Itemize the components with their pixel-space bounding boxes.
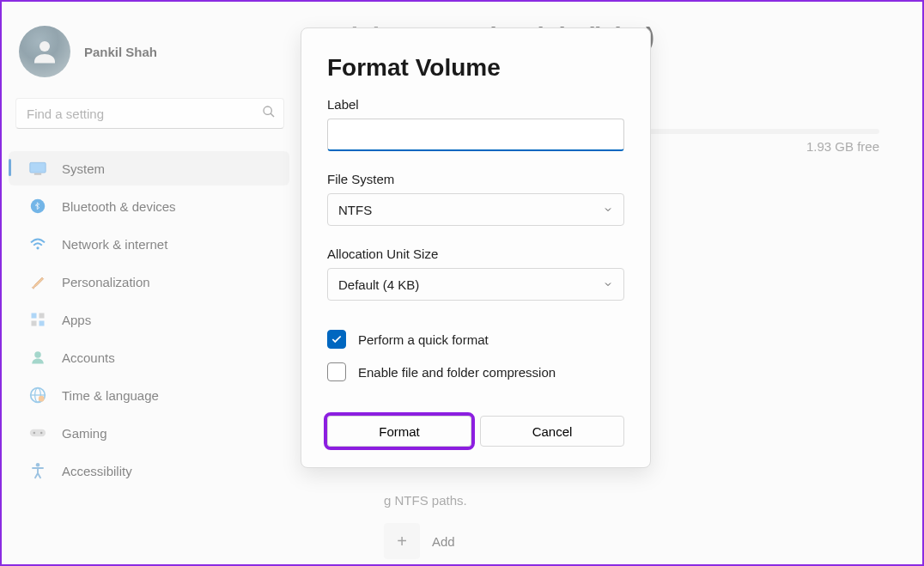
settings-sidebar: Pankil Shah SystemBluetooth & devicesNet… bbox=[2, 2, 298, 564]
sidebar-item-bluetooth-devices[interactable]: Bluetooth & devices bbox=[9, 189, 289, 223]
svg-rect-9 bbox=[32, 321, 37, 326]
svg-point-19 bbox=[36, 463, 40, 467]
sidebar-item-label: Personalization bbox=[62, 275, 150, 289]
wifi-icon bbox=[29, 235, 46, 253]
plus-icon: + bbox=[384, 523, 420, 559]
apps-icon bbox=[29, 311, 46, 328]
cancel-button[interactable]: Cancel bbox=[480, 416, 624, 447]
sidebar-item-label: Network & internet bbox=[62, 237, 167, 252]
quick-format-checkbox[interactable]: Perform a quick format bbox=[327, 330, 624, 349]
svg-point-1 bbox=[264, 107, 271, 114]
sidebar-item-network-internet[interactable]: Network & internet bbox=[9, 227, 289, 261]
chevron-down-icon bbox=[603, 203, 613, 217]
compression-label: Enable file and folder compression bbox=[358, 365, 556, 380]
sidebar-item-label: System bbox=[62, 161, 105, 176]
svg-point-11 bbox=[34, 351, 41, 358]
person-icon bbox=[29, 349, 46, 366]
sidebar-item-label: Time & language bbox=[62, 388, 159, 403]
compression-checkbox[interactable]: Enable file and folder compression bbox=[327, 362, 624, 381]
svg-point-17 bbox=[33, 432, 36, 435]
svg-rect-4 bbox=[34, 173, 41, 175]
globe-icon bbox=[29, 386, 46, 404]
allocation-select[interactable]: Default (4 KB) bbox=[327, 268, 624, 301]
quick-format-label: Perform a quick format bbox=[358, 332, 489, 347]
search-icon bbox=[262, 105, 276, 122]
sidebar-item-label: Accounts bbox=[62, 350, 115, 365]
svg-rect-8 bbox=[40, 313, 45, 319]
checkbox-icon bbox=[327, 362, 346, 381]
allocation-label: Allocation Unit Size bbox=[327, 246, 624, 261]
sidebar-item-accessibility[interactable]: Accessibility bbox=[9, 453, 289, 488]
brush-icon bbox=[29, 273, 46, 290]
filesystem-label: File System bbox=[327, 172, 624, 186]
bg-hint-ntfs: g NTFS paths. bbox=[384, 493, 888, 508]
sidebar-item-label: Gaming bbox=[62, 426, 107, 441]
svg-rect-3 bbox=[30, 162, 46, 173]
svg-point-0 bbox=[40, 41, 50, 52]
chevron-down-icon bbox=[603, 277, 613, 292]
sidebar-item-label: Apps bbox=[62, 313, 91, 327]
svg-rect-7 bbox=[32, 313, 37, 319]
svg-point-6 bbox=[36, 246, 39, 249]
avatar bbox=[19, 26, 70, 77]
allocation-value: Default (4 KB) bbox=[338, 277, 419, 292]
svg-point-15 bbox=[39, 396, 45, 402]
format-button[interactable]: Format bbox=[327, 416, 471, 447]
format-volume-dialog: Format Volume Label File System NTFS All… bbox=[301, 27, 651, 468]
sidebar-item-system[interactable]: System bbox=[9, 151, 289, 186]
bluetooth-icon bbox=[29, 198, 46, 215]
add-label: Add bbox=[432, 534, 455, 549]
svg-line-2 bbox=[271, 113, 274, 117]
profile-block[interactable]: Pankil Shah bbox=[2, 22, 298, 98]
sidebar-item-apps[interactable]: Apps bbox=[9, 302, 289, 337]
svg-rect-10 bbox=[40, 321, 45, 326]
checkbox-icon bbox=[327, 330, 346, 349]
sidebar-item-accounts[interactable]: Accounts bbox=[9, 340, 289, 374]
add-path-button[interactable]: + Add bbox=[384, 523, 888, 559]
system-icon bbox=[29, 160, 46, 177]
sidebar-item-label: Bluetooth & devices bbox=[62, 199, 176, 214]
sidebar-item-time-language[interactable]: Time & language bbox=[9, 378, 289, 412]
sidebar-item-gaming[interactable]: Gaming bbox=[9, 416, 289, 450]
sidebar-item-label: Accessibility bbox=[62, 464, 132, 478]
svg-point-18 bbox=[40, 432, 43, 435]
svg-rect-16 bbox=[30, 429, 46, 436]
dialog-title: Format Volume bbox=[327, 54, 624, 82]
accessibility-icon bbox=[29, 462, 46, 479]
filesystem-select[interactable]: NTFS bbox=[327, 193, 624, 226]
filesystem-value: NTFS bbox=[338, 203, 372, 217]
gamepad-icon bbox=[29, 424, 46, 441]
profile-name: Pankil Shah bbox=[84, 45, 157, 59]
sidebar-item-personalization[interactable]: Personalization bbox=[9, 265, 289, 299]
label-input[interactable] bbox=[327, 119, 624, 151]
label-field-label: Label bbox=[327, 97, 624, 112]
search-input[interactable] bbox=[15, 98, 284, 129]
